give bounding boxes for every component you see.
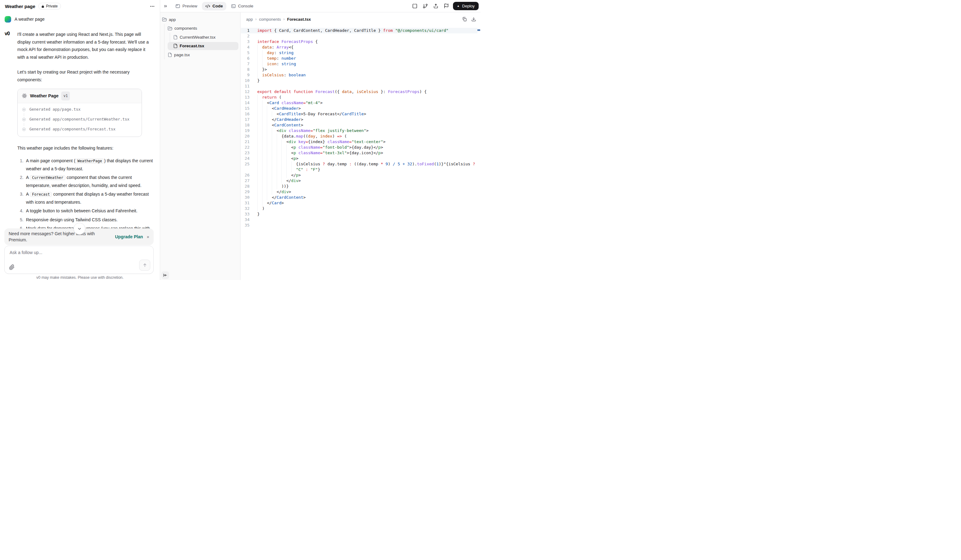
chat-panel: Weather page Private A weather pag bbox=[0, 0, 160, 280]
private-badge-label: Private bbox=[46, 4, 58, 8]
line-number: 14 bbox=[241, 100, 249, 106]
line-number: 17 bbox=[241, 117, 249, 122]
code-line: 27</div> bbox=[241, 178, 480, 184]
list-number: 2. bbox=[17, 174, 24, 181]
indent-guide bbox=[257, 139, 286, 144]
scrollbar-ruler[interactable] bbox=[477, 28, 480, 280]
generated-file-label: Generated app/page.tsx bbox=[29, 106, 81, 114]
indent-guide bbox=[257, 200, 267, 206]
tab-label: Code bbox=[212, 4, 223, 8]
feature-list-item: 4.A toggle button to switch between Cels… bbox=[26, 207, 154, 215]
line-number: 26 bbox=[241, 172, 249, 178]
indent-guide bbox=[257, 156, 291, 161]
copy-icon[interactable] bbox=[462, 17, 467, 22]
tree-item-label: app bbox=[169, 17, 176, 22]
tree-item-page-tsx[interactable]: page.tsx bbox=[160, 51, 238, 59]
deploy-button[interactable]: ▲ Deploy bbox=[453, 2, 479, 10]
project-title: Weather page bbox=[5, 4, 35, 9]
tab-code[interactable]: Code bbox=[202, 2, 227, 11]
assistant-message: v0 I'll create a weather page using Reac… bbox=[5, 30, 154, 241]
line-number: 28 bbox=[241, 184, 249, 189]
generation-card[interactable]: Weather Page v1 Generated app/page.tsxGe… bbox=[17, 89, 142, 137]
line-number bbox=[241, 167, 249, 172]
code-line: 9isCelsius: boolean bbox=[241, 72, 480, 78]
deploy-button-label: Deploy bbox=[462, 4, 475, 8]
tree-item-currentweather-tsx[interactable]: CurrentWeather.tsx bbox=[160, 33, 238, 41]
indent-guide bbox=[257, 178, 286, 184]
code-line: 11 bbox=[241, 83, 480, 89]
banner-close-button[interactable]: × bbox=[146, 234, 149, 239]
followup-input[interactable]: Ask a follow up... bbox=[4, 246, 154, 274]
view-tabs: PreviewCodeConsole bbox=[172, 2, 257, 11]
line-number: 11 bbox=[241, 83, 249, 89]
arrow-up-icon bbox=[142, 263, 148, 268]
breadcrumb-segment[interactable]: Forecast.tsx bbox=[287, 17, 311, 22]
inline-code-chip: CurrentWeather bbox=[30, 175, 65, 180]
indent-guide bbox=[257, 172, 291, 178]
code-line: 35 bbox=[241, 223, 480, 228]
generated-file-item[interactable]: Generated app/components/Forecast.tsx bbox=[22, 126, 138, 133]
code-line: 33} bbox=[241, 212, 480, 217]
tree-item-app[interactable]: app bbox=[160, 16, 238, 24]
line-number: 35 bbox=[241, 223, 249, 228]
code-line: 5day: string bbox=[241, 50, 480, 56]
chevrons-right-icon[interactable] bbox=[163, 4, 168, 9]
download-icon[interactable] bbox=[471, 17, 476, 22]
tab-console[interactable]: Console bbox=[228, 2, 257, 11]
assistant-paragraph: This weather page includes the following… bbox=[17, 144, 154, 152]
attach-button[interactable] bbox=[9, 264, 15, 270]
private-badge[interactable]: Private bbox=[39, 3, 61, 10]
flag-icon[interactable] bbox=[444, 3, 449, 9]
collapse-panel-button[interactable] bbox=[161, 271, 169, 279]
code-lines: 1import { Card, CardContent, CardHeader,… bbox=[241, 28, 480, 228]
indent-guide bbox=[257, 50, 267, 56]
code-line: "C" : "F"} bbox=[241, 167, 480, 172]
breadcrumb-segment[interactable]: components bbox=[259, 17, 281, 22]
assistant-message-body: I'll create a weather page using React a… bbox=[17, 30, 154, 241]
folder-icon bbox=[162, 17, 167, 22]
list-number: 4. bbox=[17, 207, 24, 215]
code-line: 3interface ForecastProps { bbox=[241, 39, 480, 45]
upgrade-plan-link[interactable]: Upgrade Plan bbox=[115, 234, 143, 239]
line-number: 29 bbox=[241, 189, 249, 195]
indent-guide bbox=[257, 189, 277, 195]
code-line: 24<p> bbox=[241, 156, 480, 161]
line-number: 3 bbox=[241, 39, 249, 45]
line-number: 19 bbox=[241, 128, 249, 133]
indent-guide bbox=[257, 56, 267, 61]
scroll-to-bottom-button[interactable] bbox=[74, 223, 85, 234]
line-number: 5 bbox=[241, 50, 249, 56]
tab-label: Console bbox=[238, 4, 254, 8]
indent-guide bbox=[257, 150, 291, 156]
milestone-icon bbox=[22, 127, 26, 132]
line-number: 2 bbox=[241, 34, 249, 39]
breadcrumb-segment[interactable]: app bbox=[246, 17, 253, 22]
generated-file-item[interactable]: Generated app/components/CurrentWeather.… bbox=[22, 116, 138, 123]
code-line: 13return ( bbox=[241, 95, 480, 100]
line-number: 16 bbox=[241, 111, 249, 117]
indent-guide bbox=[257, 133, 281, 139]
upgrade-banner-text: Need more messages? Get higher limits wi… bbox=[9, 231, 101, 243]
send-button[interactable] bbox=[139, 260, 150, 271]
add-to-codebase-icon[interactable] bbox=[412, 3, 418, 9]
code-line: 22<p className="font-bold">{day.day}</p> bbox=[241, 144, 480, 150]
generated-file-item[interactable]: Generated app/page.tsx bbox=[22, 106, 138, 113]
breadcrumb-separator: › bbox=[284, 17, 285, 21]
user-message: A weather page bbox=[5, 16, 154, 22]
tree-item-components[interactable]: components bbox=[160, 24, 238, 32]
git-branch-icon[interactable] bbox=[423, 3, 428, 9]
tree-item-forecast-tsx[interactable]: Forecast.tsx bbox=[167, 42, 238, 50]
code-line: 32) bbox=[241, 206, 480, 212]
indent-guide bbox=[257, 195, 272, 200]
tab-preview[interactable]: Preview bbox=[172, 2, 201, 11]
line-number: 31 bbox=[241, 200, 249, 206]
list-number: 3. bbox=[17, 190, 24, 198]
line-number: 33 bbox=[241, 212, 249, 217]
code-line: 31</Card> bbox=[241, 200, 480, 206]
share-icon[interactable] bbox=[433, 3, 439, 9]
code-editor[interactable]: 1import { Card, CardContent, CardHeader,… bbox=[241, 28, 480, 280]
followup-input-placeholder: Ask a follow up... bbox=[10, 250, 42, 255]
chat-menu-button[interactable] bbox=[149, 4, 155, 9]
scrollbar-marker bbox=[477, 29, 480, 31]
code-line: 14<Card className="mt-4"> bbox=[241, 100, 480, 106]
